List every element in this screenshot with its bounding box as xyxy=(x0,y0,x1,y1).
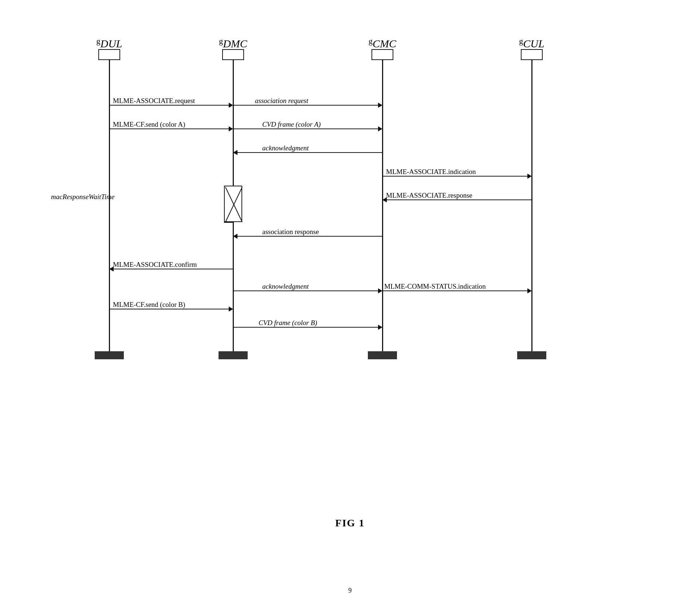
arrow-cvd-frame-b: CVD frame (color B) xyxy=(233,327,382,328)
arrow-acknowledgment-1: acknowledgment xyxy=(233,152,382,153)
label-association-request: association request xyxy=(255,97,308,105)
label-cvd-frame-b: CVD frame (color B) xyxy=(259,319,317,327)
arrow-mlme-associate-request: MLME-ASSOCIATE.request xyxy=(109,105,233,106)
arrow-acknowledgment-2: acknowledgment xyxy=(233,290,382,291)
figure-label: FIG 1 xyxy=(335,517,365,529)
label-mlme-cf-send-b: MLME-CF.send (color B) xyxy=(113,301,185,309)
cmc-foot xyxy=(368,351,397,359)
cul-subscript: g xyxy=(519,36,523,46)
dul-line xyxy=(109,60,110,351)
dul-subscript: g xyxy=(96,36,100,46)
cmc-subscript: g xyxy=(369,36,373,46)
dul-foot xyxy=(95,351,124,359)
label-acknowledgment-2: acknowledgment xyxy=(262,282,309,290)
arrow-mlme-comm-status-indication: MLME-COMM-STATUS.indication xyxy=(382,290,532,291)
label-mlme-associate-response: MLME-ASSOCIATE.response xyxy=(386,191,472,199)
cmc-box xyxy=(371,49,393,60)
arrow-mlme-cf-send-b: MLME-CF.send (color B) xyxy=(109,309,233,309)
arrow-cvd-frame-a: CVD frame (color A) xyxy=(233,128,382,129)
sequence-diagram: gDUL gDMC gCMC gCUL MLME-ASSOCIAT xyxy=(29,36,666,437)
dul-box xyxy=(98,49,120,60)
label-mlme-associate-indication: MLME-ASSOCIATE.indication xyxy=(386,168,476,176)
page-number: 9 xyxy=(349,587,352,594)
label-cvd-frame-a: CVD frame (color A) xyxy=(262,120,321,128)
arrow-mlme-cf-send-a: MLME-CF.send (color A) xyxy=(109,128,233,129)
dmc-foot xyxy=(219,351,248,359)
mac-response-wait-time-label: macResponseWaitTime xyxy=(51,193,115,201)
label-mlme-associate-request: MLME-ASSOCIATE.request xyxy=(113,97,195,105)
cul-label: CUL xyxy=(523,37,544,50)
label-acknowledgment-1: acknowledgment xyxy=(262,144,309,152)
dmc-box xyxy=(222,49,244,60)
arrow-mlme-associate-confirm: MLME-ASSOCIATE.confirm xyxy=(109,269,233,269)
arrow-mlme-associate-indication: MLME-ASSOCIATE.indication xyxy=(382,176,532,177)
cul-box xyxy=(521,49,543,60)
dmc-label: DMC xyxy=(223,37,247,50)
label-association-response: association response xyxy=(262,228,319,236)
label-mlme-cf-send-a: MLME-CF.send (color A) xyxy=(113,120,185,128)
arrow-association-response: association response xyxy=(233,236,382,237)
timer-x-icon xyxy=(225,186,243,223)
dmc-subscript: g xyxy=(219,36,223,46)
cul-foot xyxy=(517,351,546,359)
cmc-label: CMC xyxy=(373,37,396,50)
label-mlme-associate-confirm: MLME-ASSOCIATE.confirm xyxy=(113,261,197,269)
timer-box xyxy=(224,186,242,222)
cul-line xyxy=(531,60,532,351)
arrow-mlme-associate-response: MLME-ASSOCIATE.response xyxy=(382,199,532,200)
label-mlme-comm-status-indication: MLME-COMM-STATUS.indication xyxy=(384,282,486,290)
arrow-association-request: association request xyxy=(233,105,382,106)
dul-label: DUL xyxy=(100,37,122,50)
